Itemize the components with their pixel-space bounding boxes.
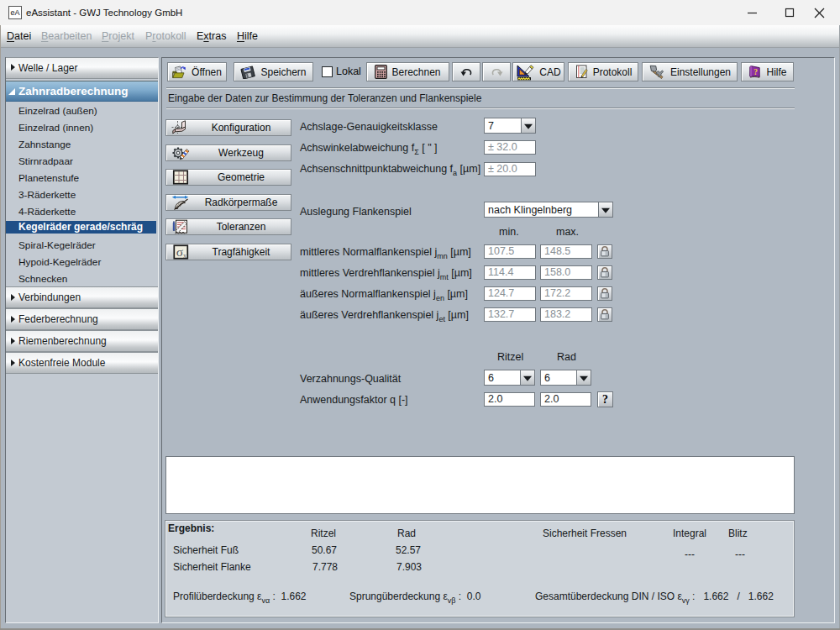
svg-text:x: x xyxy=(183,252,186,260)
svg-text:?: ? xyxy=(754,67,759,76)
